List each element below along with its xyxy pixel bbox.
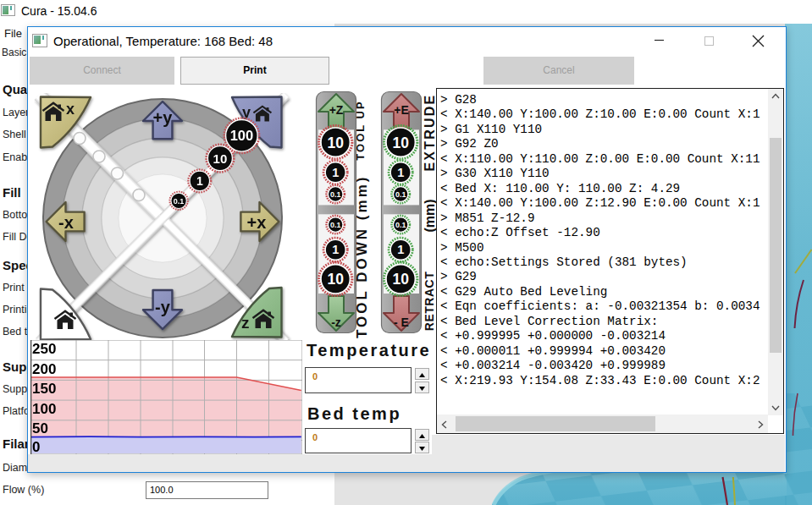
svg-text:-y: -y — [155, 298, 171, 316]
svg-text:-z: -z — [331, 316, 341, 329]
svg-text:150: 150 — [32, 381, 56, 397]
svg-text:0: 0 — [32, 439, 40, 454]
svg-text:10: 10 — [327, 134, 344, 151]
svg-text:200: 200 — [32, 361, 56, 377]
svg-text:1: 1 — [196, 174, 203, 188]
svg-text:+E: +E — [394, 103, 409, 117]
svg-text:10: 10 — [392, 134, 409, 151]
svg-text:-x: -x — [58, 213, 74, 232]
svg-text:+x: +x — [247, 213, 267, 232]
svg-text:+y: +y — [153, 108, 174, 127]
svg-text:0.1: 0.1 — [330, 221, 341, 229]
svg-text:100: 100 — [32, 401, 56, 417]
svg-text:10: 10 — [392, 271, 409, 288]
svg-text:0.1: 0.1 — [395, 221, 406, 229]
svg-text:1: 1 — [397, 243, 404, 256]
svg-text:10: 10 — [327, 271, 344, 288]
svg-text:z: z — [241, 314, 250, 332]
svg-text:0.1: 0.1 — [330, 190, 341, 199]
svg-text:- E: - E — [394, 316, 409, 329]
svg-text:100: 100 — [230, 128, 254, 143]
svg-text:10: 10 — [213, 151, 228, 166]
svg-text:50: 50 — [32, 420, 48, 436]
svg-text:1: 1 — [397, 166, 404, 179]
svg-text:+Z: +Z — [329, 103, 344, 117]
svg-text:1: 1 — [332, 243, 339, 256]
svg-text:0.1: 0.1 — [174, 197, 185, 206]
svg-text:250: 250 — [32, 341, 56, 357]
svg-text:x: x — [66, 101, 75, 118]
svg-text:1: 1 — [332, 166, 339, 179]
svg-text:0.1: 0.1 — [395, 190, 406, 199]
